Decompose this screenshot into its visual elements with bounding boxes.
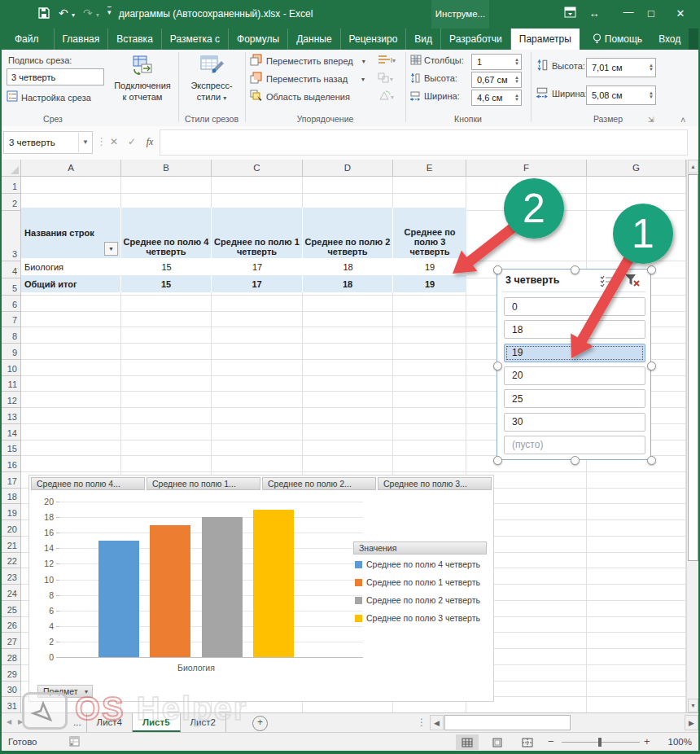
row-header-2[interactable]: 2	[0, 194, 21, 211]
row-header-21[interactable]: 21	[0, 537, 21, 553]
column-header-G[interactable]: G	[587, 160, 686, 177]
chart-legend-field-button[interactable]: Значения	[353, 541, 487, 555]
group-objects-icon[interactable]: ▾	[378, 72, 396, 85]
row-header-9[interactable]: 9	[0, 344, 21, 360]
rotate-objects-icon[interactable]: ▾	[378, 90, 396, 103]
row-header-29[interactable]: 29	[0, 665, 21, 682]
selection-handle[interactable]	[571, 456, 580, 465]
hscroll-left-icon[interactable]: ◀	[430, 715, 444, 730]
selection-handle[interactable]	[647, 265, 656, 274]
bar-Среднее по полю 1 четверть[interactable]	[150, 525, 190, 657]
row-header-3[interactable]: 3	[0, 211, 21, 261]
pivot-header-cell[interactable]: Среднее по полю 2 четверть	[303, 208, 393, 258]
slicer-item-30[interactable]: 30	[504, 413, 645, 432]
tab-Рецензиро[interactable]: Рецензиро	[341, 28, 407, 50]
slicer-multiselect-icon[interactable]	[600, 274, 613, 289]
row-header-10[interactable]: 10	[0, 360, 21, 376]
bring-forward-caret-icon[interactable]: ▾	[362, 58, 365, 65]
pivot-header-cell[interactable]: Среднее по полю 1 четверть	[212, 208, 303, 258]
row-header-12[interactable]: 12	[0, 392, 21, 408]
tab-Формулы[interactable]: Формулы	[229, 28, 288, 50]
selection-handle[interactable]	[647, 456, 656, 465]
row-header-28[interactable]: 28	[0, 649, 21, 665]
horizontal-scroll-thumb[interactable]	[444, 715, 571, 730]
collapse-ribbon-icon[interactable]: ˄	[680, 115, 685, 125]
selection-handle[interactable]	[647, 362, 656, 370]
slicer[interactable]: 3 четверть 01819202530(пусто)	[497, 269, 651, 460]
row-header-24[interactable]: 24	[0, 585, 21, 601]
insert-function-icon[interactable]: fx	[142, 131, 158, 152]
sheetbar-splitter-icon[interactable]: ⋮	[417, 717, 427, 728]
btn-height-spinner[interactable]: 0,67 см ▲▼	[471, 72, 522, 88]
row-header-5[interactable]: 5	[0, 278, 21, 296]
slicer-item-19[interactable]: 19	[504, 344, 645, 362]
pivot-header-cell[interactable]: Среднее по полю 4 четверть	[121, 208, 212, 258]
spinner-arrows-icon[interactable]: ▲▼	[514, 58, 519, 66]
view-page-break-button[interactable]	[516, 734, 539, 750]
column-header-D[interactable]: D	[303, 160, 393, 177]
row-header-4[interactable]: 4	[0, 261, 21, 278]
size-width-spinner[interactable]: 5,08 см ▲▼	[586, 85, 656, 105]
pivot-data-row[interactable]: Биология 15 17 18 19	[21, 258, 466, 275]
row-header-18[interactable]: 18	[0, 489, 21, 505]
formula-enter-icon[interactable]: ✓	[124, 131, 140, 152]
pivot-filter-dropdown-icon[interactable]: ▼	[104, 242, 118, 256]
row-header-25[interactable]: 25	[0, 601, 21, 617]
add-sheet-button[interactable]: +	[252, 716, 268, 731]
slicer-caption-input[interactable]: 3 четверть	[7, 68, 104, 85]
vertical-scrollbar[interactable]: ▲ ▼	[686, 160, 698, 712]
view-page-layout-button[interactable]	[486, 734, 509, 750]
record-macro-icon[interactable]	[68, 736, 81, 750]
row-header-16[interactable]: 16	[0, 456, 21, 472]
bar-Среднее по полю 2 четверть[interactable]	[202, 517, 243, 657]
row-header-11[interactable]: 11	[0, 376, 21, 392]
row-header-7[interactable]: 7	[0, 312, 21, 328]
column-header-F[interactable]: F	[466, 160, 587, 177]
slicer-item-(пусто)[interactable]: (пусто)	[504, 436, 645, 454]
zoom-in-icon[interactable]: +	[644, 735, 650, 747]
tab-Файл[interactable]: Файл	[0, 28, 55, 50]
tab-Параметры[interactable]: Параметры	[511, 28, 580, 50]
column-header-E[interactable]: E	[393, 160, 466, 177]
size-dialog-launcher-icon[interactable]: ⇲	[648, 116, 654, 124]
send-backward-caret-icon[interactable]: ▾	[361, 76, 365, 83]
row-header-31[interactable]: 31	[0, 697, 21, 712]
pivot-table[interactable]: Названия строк ▼ Среднее по полю 4 четве…	[21, 208, 466, 292]
align-objects-icon[interactable]: ▾	[378, 55, 396, 68]
tab-Главная[interactable]: Главная	[55, 28, 109, 50]
slicer-item-20[interactable]: 20	[504, 366, 645, 385]
scroll-up-icon[interactable]: ▲	[688, 160, 698, 173]
hscroll-right-icon[interactable]: ▶	[685, 715, 698, 730]
row-header-6[interactable]: 6	[0, 296, 21, 312]
spinner-arrows-icon[interactable]: ▲▼	[649, 91, 654, 99]
slicer-item-25[interactable]: 25	[504, 389, 645, 408]
slicer-item-0[interactable]: 0	[504, 297, 645, 316]
row-header-19[interactable]: 19	[0, 504, 21, 520]
zoom-out-icon[interactable]: −	[548, 735, 554, 747]
send-backward-button[interactable]: Переместить назад ▾	[250, 72, 365, 86]
spinner-arrows-icon[interactable]: ▲▼	[514, 76, 519, 84]
spinner-arrows-icon[interactable]: ▲▼	[514, 94, 519, 102]
row-header-17[interactable]: 17	[0, 472, 21, 489]
row-header-15[interactable]: 15	[0, 441, 21, 457]
row-header-23[interactable]: 23	[0, 568, 21, 585]
tab-Разметка с[interactable]: Разметка с	[162, 28, 229, 50]
column-header-B[interactable]: B	[121, 160, 212, 177]
vertical-scroll-thumb[interactable]	[688, 174, 698, 561]
row-header-20[interactable]: 20	[0, 520, 21, 537]
ribbon-display-options-icon[interactable]	[562, 7, 578, 23]
row-header-13[interactable]: 13	[0, 408, 21, 424]
name-box[interactable]: 3 четверть ▼	[3, 131, 93, 154]
row-header-22[interactable]: 22	[0, 553, 21, 569]
quick-styles-button[interactable]: Экспресс- стили ▾	[181, 55, 243, 104]
row-header-26[interactable]: 26	[0, 617, 21, 633]
pivot-total-row[interactable]: Общий итог 15 17 18 19	[21, 275, 466, 292]
view-normal-button[interactable]	[456, 734, 479, 750]
bar-Среднее по полю 3 четверть[interactable]	[253, 510, 294, 657]
pivot-header-cell[interactable]: Среднее по полю 3 четверть	[393, 208, 466, 258]
row-header-27[interactable]: 27	[0, 633, 21, 649]
tab-Разработчи[interactable]: Разработчи	[441, 28, 511, 50]
slicer-clear-filter-icon[interactable]	[624, 274, 641, 290]
bar-Среднее по полю 4 четверть[interactable]	[98, 541, 139, 657]
row-header-30[interactable]: 30	[0, 682, 21, 698]
